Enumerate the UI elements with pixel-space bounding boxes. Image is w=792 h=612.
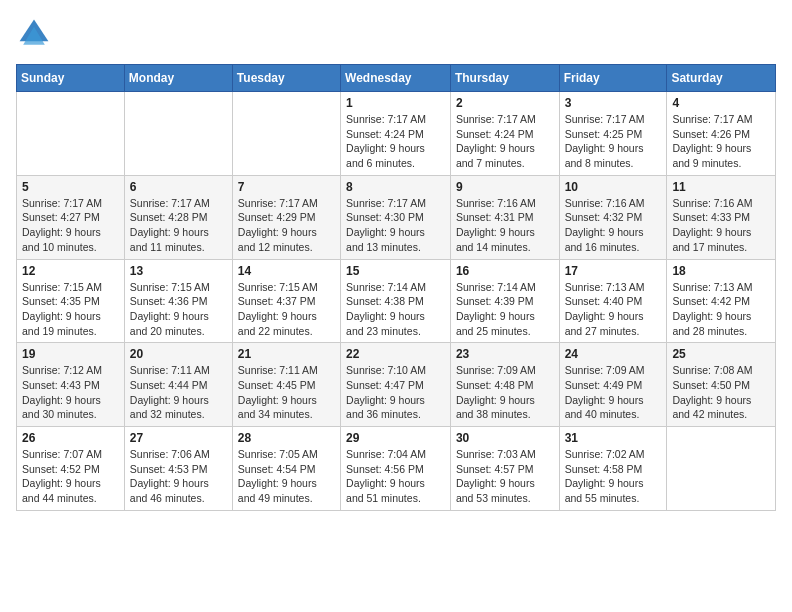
day-info: Sunrise: 7:09 AM Sunset: 4:49 PM Dayligh…	[565, 363, 662, 422]
day-number: 19	[22, 347, 119, 361]
weekday-header-wednesday: Wednesday	[341, 65, 451, 92]
day-info: Sunrise: 7:17 AM Sunset: 4:24 PM Dayligh…	[456, 112, 554, 171]
calendar-cell: 5Sunrise: 7:17 AM Sunset: 4:27 PM Daylig…	[17, 175, 125, 259]
calendar-cell: 3Sunrise: 7:17 AM Sunset: 4:25 PM Daylig…	[559, 92, 667, 176]
calendar-cell: 24Sunrise: 7:09 AM Sunset: 4:49 PM Dayli…	[559, 343, 667, 427]
day-number: 10	[565, 180, 662, 194]
day-info: Sunrise: 7:15 AM Sunset: 4:36 PM Dayligh…	[130, 280, 227, 339]
day-number: 1	[346, 96, 445, 110]
calendar-cell: 14Sunrise: 7:15 AM Sunset: 4:37 PM Dayli…	[232, 259, 340, 343]
day-number: 5	[22, 180, 119, 194]
day-info: Sunrise: 7:17 AM Sunset: 4:26 PM Dayligh…	[672, 112, 770, 171]
weekday-header-thursday: Thursday	[450, 65, 559, 92]
calendar-week-row: 5Sunrise: 7:17 AM Sunset: 4:27 PM Daylig…	[17, 175, 776, 259]
day-info: Sunrise: 7:17 AM Sunset: 4:25 PM Dayligh…	[565, 112, 662, 171]
calendar-table: SundayMondayTuesdayWednesdayThursdayFrid…	[16, 64, 776, 511]
calendar-cell: 30Sunrise: 7:03 AM Sunset: 4:57 PM Dayli…	[450, 427, 559, 511]
calendar-cell: 25Sunrise: 7:08 AM Sunset: 4:50 PM Dayli…	[667, 343, 776, 427]
day-number: 25	[672, 347, 770, 361]
day-info: Sunrise: 7:17 AM Sunset: 4:30 PM Dayligh…	[346, 196, 445, 255]
day-number: 15	[346, 264, 445, 278]
day-number: 22	[346, 347, 445, 361]
day-info: Sunrise: 7:17 AM Sunset: 4:29 PM Dayligh…	[238, 196, 335, 255]
calendar-cell	[232, 92, 340, 176]
calendar-cell: 15Sunrise: 7:14 AM Sunset: 4:38 PM Dayli…	[341, 259, 451, 343]
calendar-week-row: 1Sunrise: 7:17 AM Sunset: 4:24 PM Daylig…	[17, 92, 776, 176]
day-number: 18	[672, 264, 770, 278]
calendar-cell: 28Sunrise: 7:05 AM Sunset: 4:54 PM Dayli…	[232, 427, 340, 511]
calendar-cell: 20Sunrise: 7:11 AM Sunset: 4:44 PM Dayli…	[124, 343, 232, 427]
day-number: 20	[130, 347, 227, 361]
day-number: 23	[456, 347, 554, 361]
weekday-header-sunday: Sunday	[17, 65, 125, 92]
day-number: 6	[130, 180, 227, 194]
day-number: 16	[456, 264, 554, 278]
calendar-cell	[667, 427, 776, 511]
day-number: 14	[238, 264, 335, 278]
day-info: Sunrise: 7:15 AM Sunset: 4:37 PM Dayligh…	[238, 280, 335, 339]
day-number: 13	[130, 264, 227, 278]
calendar-cell: 31Sunrise: 7:02 AM Sunset: 4:58 PM Dayli…	[559, 427, 667, 511]
day-info: Sunrise: 7:14 AM Sunset: 4:38 PM Dayligh…	[346, 280, 445, 339]
day-info: Sunrise: 7:11 AM Sunset: 4:44 PM Dayligh…	[130, 363, 227, 422]
calendar-cell: 6Sunrise: 7:17 AM Sunset: 4:28 PM Daylig…	[124, 175, 232, 259]
day-number: 24	[565, 347, 662, 361]
calendar-cell: 11Sunrise: 7:16 AM Sunset: 4:33 PM Dayli…	[667, 175, 776, 259]
weekday-header-monday: Monday	[124, 65, 232, 92]
calendar-cell: 22Sunrise: 7:10 AM Sunset: 4:47 PM Dayli…	[341, 343, 451, 427]
calendar-cell: 17Sunrise: 7:13 AM Sunset: 4:40 PM Dayli…	[559, 259, 667, 343]
day-info: Sunrise: 7:07 AM Sunset: 4:52 PM Dayligh…	[22, 447, 119, 506]
day-number: 30	[456, 431, 554, 445]
day-info: Sunrise: 7:13 AM Sunset: 4:40 PM Dayligh…	[565, 280, 662, 339]
calendar-cell: 19Sunrise: 7:12 AM Sunset: 4:43 PM Dayli…	[17, 343, 125, 427]
day-info: Sunrise: 7:04 AM Sunset: 4:56 PM Dayligh…	[346, 447, 445, 506]
calendar-cell: 2Sunrise: 7:17 AM Sunset: 4:24 PM Daylig…	[450, 92, 559, 176]
calendar-cell: 9Sunrise: 7:16 AM Sunset: 4:31 PM Daylig…	[450, 175, 559, 259]
calendar-cell	[124, 92, 232, 176]
calendar-cell: 12Sunrise: 7:15 AM Sunset: 4:35 PM Dayli…	[17, 259, 125, 343]
day-number: 9	[456, 180, 554, 194]
logo-icon	[16, 16, 52, 52]
day-number: 21	[238, 347, 335, 361]
day-info: Sunrise: 7:12 AM Sunset: 4:43 PM Dayligh…	[22, 363, 119, 422]
calendar-week-row: 12Sunrise: 7:15 AM Sunset: 4:35 PM Dayli…	[17, 259, 776, 343]
day-info: Sunrise: 7:14 AM Sunset: 4:39 PM Dayligh…	[456, 280, 554, 339]
day-info: Sunrise: 7:17 AM Sunset: 4:27 PM Dayligh…	[22, 196, 119, 255]
day-info: Sunrise: 7:16 AM Sunset: 4:33 PM Dayligh…	[672, 196, 770, 255]
calendar-cell: 26Sunrise: 7:07 AM Sunset: 4:52 PM Dayli…	[17, 427, 125, 511]
day-number: 29	[346, 431, 445, 445]
day-number: 11	[672, 180, 770, 194]
logo	[16, 16, 56, 52]
day-info: Sunrise: 7:17 AM Sunset: 4:24 PM Dayligh…	[346, 112, 445, 171]
weekday-header-saturday: Saturday	[667, 65, 776, 92]
calendar-cell	[17, 92, 125, 176]
day-info: Sunrise: 7:15 AM Sunset: 4:35 PM Dayligh…	[22, 280, 119, 339]
day-info: Sunrise: 7:11 AM Sunset: 4:45 PM Dayligh…	[238, 363, 335, 422]
day-number: 7	[238, 180, 335, 194]
day-info: Sunrise: 7:16 AM Sunset: 4:32 PM Dayligh…	[565, 196, 662, 255]
page-header	[16, 16, 776, 52]
day-info: Sunrise: 7:10 AM Sunset: 4:47 PM Dayligh…	[346, 363, 445, 422]
day-number: 8	[346, 180, 445, 194]
calendar-cell: 27Sunrise: 7:06 AM Sunset: 4:53 PM Dayli…	[124, 427, 232, 511]
calendar-cell: 23Sunrise: 7:09 AM Sunset: 4:48 PM Dayli…	[450, 343, 559, 427]
calendar-header-row: SundayMondayTuesdayWednesdayThursdayFrid…	[17, 65, 776, 92]
calendar-cell: 10Sunrise: 7:16 AM Sunset: 4:32 PM Dayli…	[559, 175, 667, 259]
day-number: 2	[456, 96, 554, 110]
day-number: 17	[565, 264, 662, 278]
calendar-cell: 1Sunrise: 7:17 AM Sunset: 4:24 PM Daylig…	[341, 92, 451, 176]
calendar-cell: 21Sunrise: 7:11 AM Sunset: 4:45 PM Dayli…	[232, 343, 340, 427]
calendar-cell: 8Sunrise: 7:17 AM Sunset: 4:30 PM Daylig…	[341, 175, 451, 259]
day-number: 4	[672, 96, 770, 110]
day-number: 26	[22, 431, 119, 445]
day-info: Sunrise: 7:13 AM Sunset: 4:42 PM Dayligh…	[672, 280, 770, 339]
day-info: Sunrise: 7:02 AM Sunset: 4:58 PM Dayligh…	[565, 447, 662, 506]
calendar-cell: 13Sunrise: 7:15 AM Sunset: 4:36 PM Dayli…	[124, 259, 232, 343]
day-number: 27	[130, 431, 227, 445]
weekday-header-friday: Friday	[559, 65, 667, 92]
calendar-cell: 18Sunrise: 7:13 AM Sunset: 4:42 PM Dayli…	[667, 259, 776, 343]
calendar-cell: 29Sunrise: 7:04 AM Sunset: 4:56 PM Dayli…	[341, 427, 451, 511]
calendar-week-row: 19Sunrise: 7:12 AM Sunset: 4:43 PM Dayli…	[17, 343, 776, 427]
day-info: Sunrise: 7:03 AM Sunset: 4:57 PM Dayligh…	[456, 447, 554, 506]
calendar-week-row: 26Sunrise: 7:07 AM Sunset: 4:52 PM Dayli…	[17, 427, 776, 511]
